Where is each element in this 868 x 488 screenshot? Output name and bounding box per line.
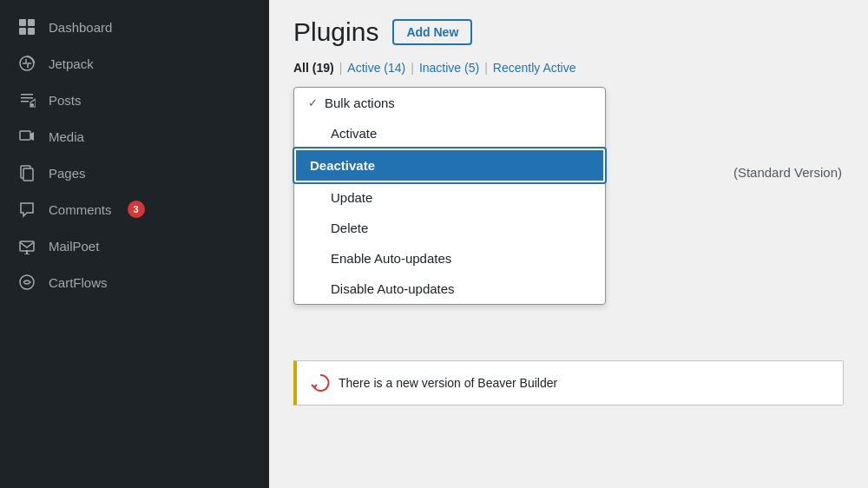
svg-point-10 — [20, 275, 34, 289]
dropdown-option-bulk-actions[interactable]: ✓ Bulk actions — [294, 88, 605, 118]
svg-point-5 — [30, 103, 34, 107]
jetpack-icon — [17, 54, 36, 73]
filter-recently-active[interactable]: Recently Active — [493, 61, 576, 75]
sidebar-item-cartflows[interactable]: CartFlows — [0, 264, 269, 300]
dropdown-option-deactivate[interactable]: Deactivate — [294, 148, 605, 182]
bulk-actions-row: ✓ Bulk actions Activate Deactivate Updat… — [293, 87, 844, 117]
sidebar-item-label: Dashboard — [49, 20, 112, 35]
page-header: Plugins Add New — [293, 17, 844, 47]
filter-active[interactable]: Active (14) — [347, 61, 405, 75]
filter-sep-3: | — [484, 61, 488, 75]
sidebar-item-media[interactable]: Media — [0, 118, 269, 155]
sidebar-item-label: MailPoet — [49, 239, 99, 254]
comments-badge: 3 — [128, 201, 145, 218]
bulk-actions-dropdown-menu[interactable]: ✓ Bulk actions Activate Deactivate Updat… — [293, 87, 606, 305]
svg-rect-3 — [28, 28, 35, 35]
dropdown-option-label: Deactivate — [310, 158, 375, 173]
sidebar-item-mailpoet[interactable]: MailPoet — [0, 228, 269, 264]
update-icon — [311, 373, 330, 392]
dropdown-option-update[interactable]: Update — [294, 182, 605, 213]
sidebar-item-jetpack[interactable]: Jetpack — [0, 45, 269, 82]
sidebar-item-label: Comments — [49, 202, 112, 217]
cartflows-icon — [17, 273, 36, 292]
dropdown-option-disable-autoupdates[interactable]: Disable Auto-updates — [294, 274, 605, 304]
dropdown-option-label: Enable Auto-updates — [331, 251, 451, 266]
pages-icon — [17, 163, 36, 182]
filter-inactive[interactable]: Inactive (5) — [419, 61, 479, 75]
sidebar-item-label: Media — [49, 129, 84, 144]
sidebar-item-comments[interactable]: Comments 3 — [0, 191, 269, 228]
sidebar-item-posts[interactable]: Posts — [0, 82, 269, 118]
mailpoet-icon — [17, 236, 36, 255]
filter-sep-2: | — [411, 61, 414, 75]
sidebar-item-pages[interactable]: Pages — [0, 155, 269, 191]
dropdown-option-label: Disable Auto-updates — [331, 281, 455, 296]
main-content: Plugins Add New All (19) | Active (14) |… — [269, 0, 868, 488]
sidebar-item-dashboard[interactable]: Dashboard — [0, 9, 269, 45]
posts-icon — [17, 90, 36, 109]
plugin-update-notice: There is a new version of Beaver Builder — [293, 360, 844, 406]
dropdown-option-delete[interactable]: Delete — [294, 213, 605, 243]
sidebar: Dashboard Jetpack Posts — [0, 0, 269, 488]
dropdown-option-label: Bulk actions — [325, 96, 395, 110]
svg-rect-0 — [19, 19, 26, 26]
dropdown-option-label: Activate — [331, 126, 377, 141]
svg-rect-2 — [19, 28, 26, 35]
add-new-button[interactable]: Add New — [392, 19, 472, 45]
filter-bar: All (19) | Active (14) | Inactive (5) | … — [293, 61, 844, 75]
comments-icon — [17, 200, 36, 219]
sidebar-item-label: Pages — [49, 166, 86, 181]
sidebar-item-label: Jetpack — [49, 56, 94, 71]
filter-all: All (19) — [293, 61, 334, 75]
media-icon — [17, 127, 36, 146]
dashboard-icon — [17, 17, 36, 36]
page-title: Plugins — [293, 17, 378, 47]
svg-rect-9 — [20, 241, 34, 251]
plugin-update-text: There is a new version of Beaver Builder — [339, 376, 557, 390]
svg-rect-6 — [20, 131, 30, 140]
svg-rect-8 — [23, 168, 33, 181]
dropdown-option-label: Delete — [331, 221, 368, 235]
svg-rect-1 — [28, 19, 35, 26]
sidebar-item-label: Posts — [49, 93, 82, 108]
sidebar-item-label: CartFlows — [49, 275, 108, 290]
standard-version-label: (Standard Version) — [733, 165, 842, 180]
checkmark-icon: ✓ — [308, 96, 318, 109]
dropdown-option-activate[interactable]: Activate — [294, 118, 605, 148]
dropdown-option-enable-autoupdates[interactable]: Enable Auto-updates — [294, 243, 605, 274]
dropdown-option-label: Update — [331, 190, 372, 205]
filter-sep-1: | — [339, 61, 343, 75]
